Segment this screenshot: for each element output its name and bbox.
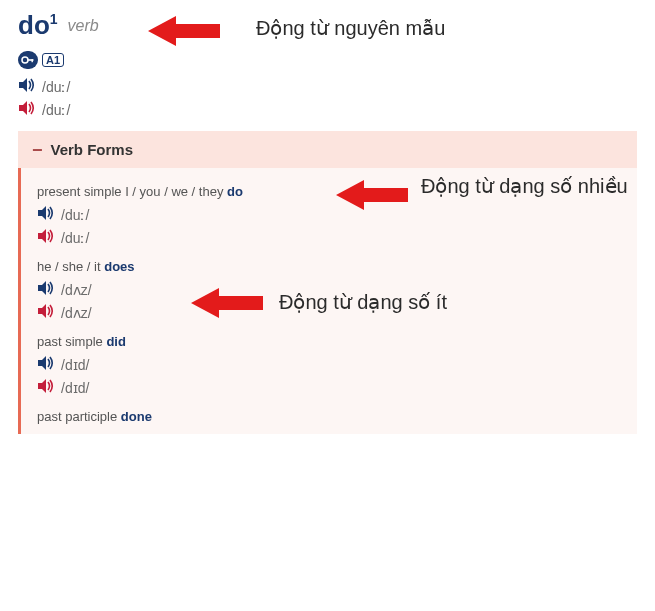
audio-icon[interactable] (37, 355, 55, 374)
ipa-text: /dʌz/ (61, 282, 92, 298)
form-word: done (121, 409, 152, 424)
caption-plural: Động từ dạng số nhiều (421, 174, 631, 198)
caption-singular: Động từ dạng số ít (279, 290, 447, 314)
svg-rect-3 (32, 59, 33, 62)
headword-text: do (18, 10, 50, 40)
headword: do1 (18, 10, 58, 41)
svg-point-1 (22, 57, 28, 63)
form-label: he / she / it does (37, 259, 621, 274)
audio-icon[interactable] (18, 77, 36, 96)
ipa-text: /dɪd/ (61, 380, 89, 396)
ipa-text: /dʌz/ (61, 305, 92, 321)
panel-title: Verb Forms (51, 141, 134, 158)
ipa-text: /duː/ (42, 79, 70, 95)
collapse-icon: − (32, 143, 43, 157)
audio-icon[interactable] (37, 280, 55, 299)
verb-form-entry: past participle done (37, 409, 621, 424)
verb-form-entry: past simple did /dɪd/ /dɪd/ (37, 334, 621, 397)
homograph-number: 1 (50, 11, 58, 27)
svg-marker-13 (38, 379, 46, 393)
audio-icon[interactable] (37, 378, 55, 397)
audio-icon[interactable] (37, 205, 55, 224)
svg-marker-12 (38, 356, 46, 370)
form-label: past participle done (37, 409, 621, 424)
svg-marker-10 (38, 281, 46, 295)
svg-marker-5 (19, 101, 27, 115)
ipa-text: /duː/ (61, 207, 89, 223)
verb-forms-panel: Động từ dạng số nhiều Động từ dạng số ít… (18, 168, 637, 434)
audio-icon[interactable] (18, 100, 36, 119)
cefr-level-badge: A1 (42, 53, 64, 67)
svg-marker-11 (38, 304, 46, 318)
svg-marker-4 (19, 78, 27, 92)
form-label: past simple did (37, 334, 621, 349)
form-word: do (227, 184, 243, 199)
svg-marker-8 (38, 206, 46, 220)
form-word: does (104, 259, 134, 274)
svg-marker-9 (38, 229, 46, 243)
audio-icon[interactable] (37, 303, 55, 322)
form-word: did (106, 334, 126, 349)
ipa-text: /dɪd/ (61, 357, 89, 373)
verb-forms-toggle[interactable]: − Verb Forms (18, 131, 637, 168)
ipa-text: /duː/ (42, 102, 70, 118)
part-of-speech: verb (68, 17, 99, 35)
caption-infinitive: Động từ nguyên mẫu (256, 16, 445, 40)
audio-icon[interactable] (37, 228, 55, 247)
ipa-text: /duː/ (61, 230, 89, 246)
key-icon (18, 51, 38, 69)
